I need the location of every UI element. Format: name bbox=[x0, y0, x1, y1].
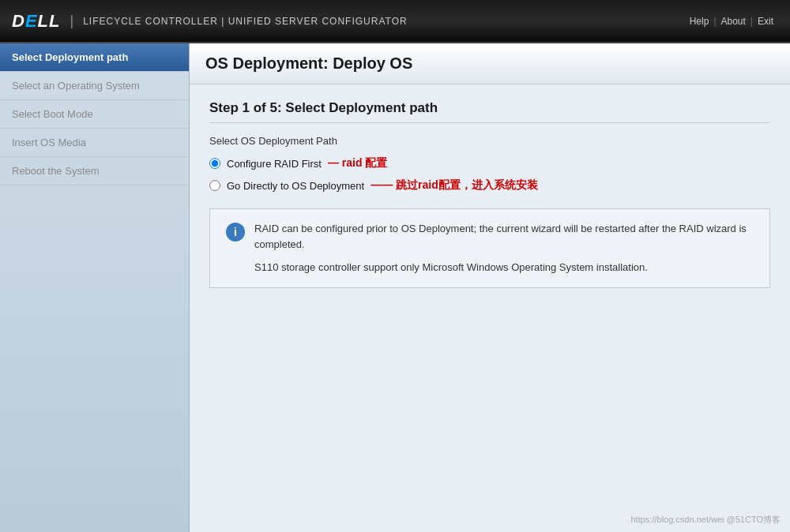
configure-raid-radio[interactable] bbox=[209, 158, 220, 169]
main-layout: Select Deployment path Select an Operati… bbox=[0, 43, 790, 532]
info-icon: i bbox=[226, 223, 245, 242]
sidebar-item-insert-os-media: Insert OS Media bbox=[0, 129, 189, 157]
sidebar-item-select-boot-mode: Select Boot Mode bbox=[0, 100, 189, 129]
content-header: OS Deployment: Deploy OS bbox=[190, 43, 790, 84]
watermark: https://blog.csdn.net/wei @51CTO博客 bbox=[631, 514, 781, 526]
sidebar-item-select-os: Select an Operating System bbox=[0, 72, 189, 100]
info-text: RAID can be configured prior to OS Deplo… bbox=[254, 221, 754, 275]
dell-logo: DELL bbox=[12, 11, 60, 32]
app-title: LIFECYCLE CONTROLLER | UNIFIED SERVER CO… bbox=[83, 16, 408, 27]
option-configure-raid: Configure RAID First — raid 配置 bbox=[209, 156, 770, 170]
info-line1: RAID can be configured prior to OS Deplo… bbox=[254, 221, 754, 252]
sidebar: Select Deployment path Select an Operati… bbox=[0, 43, 190, 532]
configure-raid-label[interactable]: Configure RAID First bbox=[227, 158, 322, 170]
content-body: Step 1 of 5: Select Deployment path Sele… bbox=[190, 84, 790, 304]
info-line2: S110 storage controller support only Mic… bbox=[254, 260, 754, 275]
sidebar-item-select-deployment-path[interactable]: Select Deployment path bbox=[0, 43, 189, 72]
go-directly-label[interactable]: Go Directly to OS Deployment bbox=[227, 180, 364, 192]
page-title: OS Deployment: Deploy OS bbox=[205, 54, 774, 73]
go-directly-radio[interactable] bbox=[209, 180, 220, 191]
configure-raid-annotation: — raid 配置 bbox=[328, 156, 387, 170]
about-link[interactable]: About bbox=[717, 16, 750, 27]
content-area: OS Deployment: Deploy OS Step 1 of 5: Se… bbox=[190, 43, 790, 532]
section-label: Select OS Deployment Path bbox=[209, 135, 770, 147]
deployment-path-options: Configure RAID First — raid 配置 Go Direct… bbox=[209, 156, 770, 193]
help-link[interactable]: Help bbox=[685, 16, 714, 27]
header-nav: Help | About | Exit bbox=[685, 16, 778, 27]
exit-link[interactable]: Exit bbox=[753, 16, 778, 27]
sidebar-item-reboot-system: Reboot the System bbox=[0, 157, 189, 185]
go-directly-annotation: —— 跳过raid配置，进入系统安装 bbox=[371, 178, 538, 193]
header-divider: | bbox=[70, 13, 73, 29]
header: DELL | LIFECYCLE CONTROLLER | UNIFIED SE… bbox=[0, 0, 790, 43]
step-title: Step 1 of 5: Select Deployment path bbox=[209, 100, 770, 123]
info-box: i RAID can be configured prior to OS Dep… bbox=[209, 208, 770, 288]
option-go-directly: Go Directly to OS Deployment —— 跳过raid配置… bbox=[209, 178, 770, 193]
